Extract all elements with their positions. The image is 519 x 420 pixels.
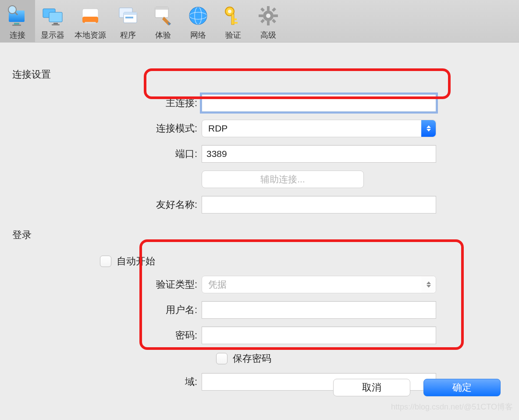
svg-rect-15 <box>124 12 137 15</box>
label-password: 密码: <box>12 329 202 342</box>
brush-icon <box>152 4 174 27</box>
windows-icon <box>117 4 139 27</box>
watermark: https://blog.csdn.net/@51CTO博客 <box>391 402 513 412</box>
auth-type-value: 凭据 <box>208 278 227 291</box>
disk-icon <box>79 4 102 27</box>
section-login-title: 登录 <box>12 228 519 242</box>
svg-rect-34 <box>260 7 265 12</box>
tab-label: 体验 <box>155 30 171 40</box>
aux-button-label: 辅助连接... <box>260 173 305 185</box>
auto-start-label: 自动开始 <box>117 255 155 268</box>
tab-label: 连接 <box>10 30 25 40</box>
svg-rect-37 <box>260 19 265 23</box>
tab-label: 显示器 <box>41 30 64 40</box>
label-mode: 连接模式: <box>12 122 202 135</box>
svg-point-24 <box>228 10 231 13</box>
save-password-checkbox[interactable] <box>216 353 228 364</box>
dual-monitor-icon <box>41 4 64 27</box>
svg-rect-12 <box>85 22 96 24</box>
tab-display[interactable]: 显示器 <box>35 0 70 42</box>
aux-connection-button[interactable]: 辅助连接... <box>202 171 364 188</box>
globe-icon <box>187 4 210 27</box>
svg-rect-7 <box>49 12 62 22</box>
main-connection-input[interactable] <box>202 94 436 112</box>
key-icon <box>222 4 245 27</box>
cancel-button[interactable]: 取消 <box>333 379 410 396</box>
label-auth-type: 验证类型: <box>12 278 202 291</box>
save-password-label: 保存密码 <box>233 352 271 365</box>
tab-label: 本地资源 <box>75 30 106 40</box>
password-input[interactable] <box>202 327 436 344</box>
tab-network[interactable]: 网络 <box>181 0 216 42</box>
svg-rect-2 <box>14 23 19 25</box>
svg-rect-30 <box>267 6 270 11</box>
auto-start-checkbox[interactable] <box>100 256 111 267</box>
label-domain: 域: <box>12 375 202 388</box>
tab-advanced[interactable]: 高级 <box>251 0 286 42</box>
svg-rect-31 <box>267 21 270 25</box>
svg-rect-9 <box>52 24 60 25</box>
svg-rect-11 <box>82 17 98 23</box>
tab-label: 程序 <box>120 30 136 40</box>
tab-label: 验证 <box>225 30 241 40</box>
tab-experience[interactable]: 体验 <box>146 0 181 42</box>
auth-type-select[interactable]: 凭据 <box>202 276 436 293</box>
cancel-label: 取消 <box>362 381 381 394</box>
content: 连接设置 主连接: 连接模式: RDP 端口: 辅助连接... <box>0 43 519 391</box>
mode-select[interactable]: RDP <box>202 120 436 137</box>
friendly-name-input[interactable] <box>202 196 436 214</box>
footer: 取消 确定 <box>333 379 501 396</box>
svg-rect-27 <box>234 22 238 24</box>
label-main-connection: 主连接: <box>12 96 202 110</box>
svg-rect-16 <box>125 17 133 18</box>
ok-button[interactable]: 确定 <box>423 379 501 396</box>
port-input[interactable] <box>202 145 436 163</box>
svg-rect-25 <box>231 14 234 25</box>
chevron-updown-icon <box>421 276 436 293</box>
tab-label: 高级 <box>260 30 276 40</box>
username-input[interactable] <box>202 301 436 319</box>
svg-rect-35 <box>272 19 276 23</box>
mode-value: RDP <box>208 123 228 134</box>
svg-rect-33 <box>274 14 278 17</box>
label-username: 用户名: <box>12 303 202 317</box>
tab-connection[interactable]: 连接 <box>0 0 35 42</box>
label-friendly: 友好名称: <box>12 198 202 211</box>
chevron-updown-icon <box>421 120 436 137</box>
monitor-magnify-icon <box>6 4 29 27</box>
gear-icon <box>257 4 280 27</box>
svg-rect-36 <box>272 7 276 12</box>
label-port: 端口: <box>12 147 202 160</box>
svg-point-29 <box>266 14 270 18</box>
tab-program[interactable]: 程序 <box>110 0 146 42</box>
ok-label: 确定 <box>452 381 472 394</box>
svg-rect-8 <box>53 23 58 24</box>
svg-rect-32 <box>259 14 263 17</box>
svg-rect-18 <box>155 7 168 10</box>
toolbar: 连接 显示器 本地资源 <box>0 0 519 43</box>
tab-auth[interactable]: 验证 <box>216 0 251 42</box>
svg-rect-3 <box>12 25 21 26</box>
svg-rect-26 <box>234 18 237 20</box>
tab-local-res[interactable]: 本地资源 <box>70 0 110 42</box>
section-connection-title: 连接设置 <box>12 68 519 81</box>
tab-label: 网络 <box>190 30 206 40</box>
